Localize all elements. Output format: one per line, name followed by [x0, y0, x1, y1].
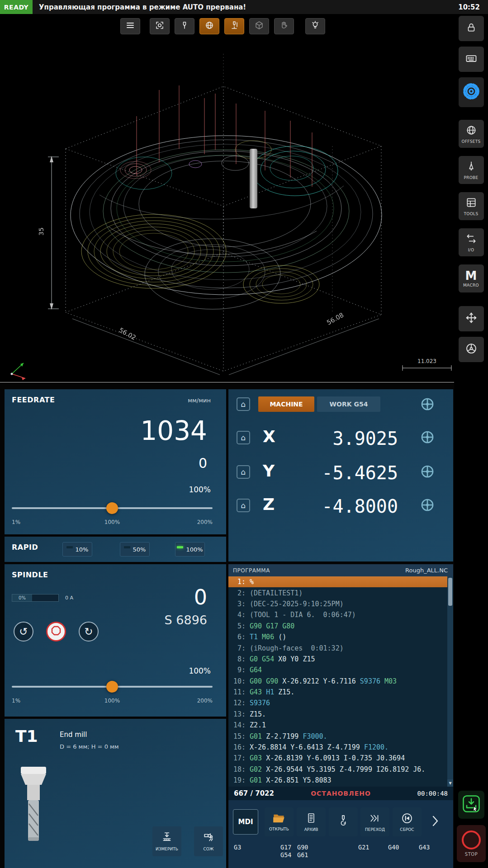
- gcode-line[interactable]: 8:G0 G54 X0 Y0 Z15: [228, 654, 447, 665]
- gcode-line[interactable]: 5:G90 G17 G80: [228, 621, 447, 632]
- sidebar-item-label: OFFSETS: [462, 139, 481, 144]
- goto-line-button[interactable]: ПЕРЕХОД: [360, 807, 389, 836]
- gcode-line[interactable]: 14:Z2.1: [228, 720, 447, 731]
- stop-button[interactable]: STOP: [457, 825, 486, 862]
- home-z-button[interactable]: ⌂: [237, 499, 250, 512]
- fit-view-button[interactable]: [150, 18, 170, 34]
- home-y-button[interactable]: ⌂: [237, 465, 250, 479]
- spindle-panel: SPINDLE 0% 0 A 0 S 6896 ↺ ↻ 100% 1% 100%…: [5, 564, 226, 717]
- spindle-ccw-button[interactable]: ↺: [14, 622, 33, 642]
- slider-knob[interactable]: [106, 681, 118, 693]
- settings-button[interactable]: [459, 77, 484, 107]
- menu-button[interactable]: [120, 18, 140, 34]
- rapid-button-label: 50%: [133, 546, 146, 553]
- axis-row-z: ⌂ Z -4.8000: [228, 491, 453, 520]
- gcode-line[interactable]: 2:(DETAILTEST1): [228, 587, 447, 598]
- rapid-panel: RAPID 10% 50% 100%: [5, 537, 226, 562]
- workpiece-view-button[interactable]: [199, 18, 219, 34]
- goto-y-button[interactable]: [420, 464, 435, 479]
- gcode-line[interactable]: 16:X-26.8814 Y-6.6413 Z-4.7199 F1200.: [228, 742, 447, 753]
- gcode-line[interactable]: 3:(DEC-25-2025-9:10:25PM): [228, 599, 447, 609]
- sidebar-item-offsets[interactable]: OFFSETS: [459, 120, 484, 148]
- axis-row-y: ⌂ Y -5.4625: [228, 458, 453, 487]
- function-sidebar: OFFSETS PROBE TOOLS I/O M MACRO ST: [454, 14, 488, 868]
- io-arrows-icon: [465, 233, 477, 246]
- feedrate-units: мм/мин: [188, 397, 211, 404]
- gcode-line[interactable]: 4:(TOOL 1 - DIA 6. 0:06:47): [228, 609, 447, 620]
- tool-measure-button[interactable]: [224, 18, 244, 34]
- rapid-50-button[interactable]: 50%: [120, 542, 150, 557]
- jog-button[interactable]: [459, 306, 484, 331]
- rapid-100-button[interactable]: 100%: [175, 542, 205, 557]
- coolant-button[interactable]: СОЖ: [194, 826, 223, 856]
- solid-view-button[interactable]: [249, 18, 269, 34]
- gcode-line[interactable]: 6:T1 M06 (): [228, 632, 447, 642]
- goto-x-button[interactable]: [420, 430, 435, 444]
- tool-change-button[interactable]: [329, 807, 358, 836]
- scale-mid: 100%: [104, 698, 120, 704]
- rapid-10-button[interactable]: 10%: [62, 542, 92, 557]
- axes-triad: [11, 363, 26, 380]
- stop-ring-icon: [462, 830, 481, 849]
- sidebar-item-macro[interactable]: M MACRO: [459, 264, 484, 292]
- spindle-load-value: 0%: [12, 594, 32, 601]
- sidebar-item-probe[interactable]: PROBE: [459, 156, 484, 184]
- tool-measure-button[interactable]: ИЗМЕРИТЬ: [152, 826, 181, 856]
- svg-text:11.023: 11.023: [417, 358, 436, 364]
- spindle-actual-value: 0: [194, 585, 207, 609]
- sidebar-item-tools[interactable]: TOOLS: [459, 192, 484, 220]
- gcode-line[interactable]: 17:G03 X-26.8139 Y-6.0913 I-0.735 J0.369…: [228, 753, 447, 764]
- gcode-line[interactable]: 11:G43 H1 Z15.: [228, 687, 447, 698]
- spindle-stop-button[interactable]: [46, 622, 66, 642]
- gcode-line[interactable]: 7:(iRough-faces 0:01:32): [228, 642, 447, 653]
- lock-button[interactable]: [459, 16, 484, 41]
- tool-load-button[interactable]: [458, 791, 484, 819]
- scale-max: 200%: [197, 519, 213, 525]
- gcode-line[interactable]: 15:G01 Z-2.7199 F3000.: [228, 731, 447, 741]
- spindle-override-slider[interactable]: [12, 681, 213, 693]
- spindle-scale: 1% 100% 200%: [12, 698, 213, 704]
- handwheel-button[interactable]: [459, 337, 484, 362]
- program-progress: 667 / 7022: [234, 789, 274, 797]
- spindle-title: SPINDLE: [12, 571, 48, 579]
- gcode-line[interactable]: 19:G01 X-26.851 Y5.8083: [228, 775, 447, 786]
- gcode-line[interactable]: 1:%: [228, 576, 447, 587]
- program-title: ПРОГРАММА: [233, 567, 270, 574]
- tab-machine[interactable]: MACHINE: [258, 396, 314, 412]
- gcode-line[interactable]: 18:G02 X-26.9544 Y5.3195 Z-4.7999 I26.81…: [228, 764, 447, 775]
- axis-value: 3.9025: [333, 428, 398, 449]
- scrollbar-down-arrow[interactable]: ▼: [447, 779, 453, 787]
- viewer-toolbar: [120, 18, 325, 34]
- light-button[interactable]: [305, 18, 325, 34]
- scrollbar-thumb[interactable]: [448, 578, 452, 606]
- gcode-line[interactable]: 12:S9376: [228, 698, 447, 708]
- slider-knob[interactable]: [106, 502, 118, 514]
- gcode-line[interactable]: 10:G00 G90 X-26.9212 Y-6.7116 S9376 M03: [228, 676, 447, 687]
- sidebar-item-io[interactable]: I/O: [459, 228, 484, 256]
- goto-all-button[interactable]: [420, 397, 435, 411]
- keyboard-button[interactable]: [459, 47, 484, 72]
- more-button[interactable]: [426, 809, 445, 835]
- goto-z-button[interactable]: [420, 498, 435, 512]
- open-program-button[interactable]: ОТКРЫТЬ: [265, 807, 294, 836]
- mdi-button[interactable]: MDI: [233, 809, 258, 835]
- gcode-scrollbar[interactable]: ▼: [447, 576, 453, 787]
- spindle-cw-button[interactable]: ↻: [79, 622, 99, 642]
- status-message: Управляющая программа в режиме AUTO прер…: [39, 3, 246, 11]
- pan-button[interactable]: [274, 18, 294, 34]
- program-buttons: MDI ОТКРЫТЬ АРХИВ ПЕРЕХОД СБРОС: [228, 803, 453, 841]
- home-x-button[interactable]: ⌂: [237, 431, 250, 444]
- toolpath-viewport[interactable]: 35 56.02 56.08 11.023: [0, 14, 454, 382]
- toolpath-curves: [71, 136, 382, 309]
- home-all-button[interactable]: ⌂: [237, 397, 250, 411]
- reset-button[interactable]: СБРОС: [393, 807, 422, 836]
- tab-work-g54[interactable]: WORK G54: [317, 396, 380, 412]
- archive-button[interactable]: АРХИВ: [297, 807, 326, 836]
- show-tool-button[interactable]: [175, 18, 194, 34]
- rapid-title: RAPID: [12, 543, 38, 552]
- sidebar-item-label: TOOLS: [464, 212, 479, 216]
- gcode-line[interactable]: 9:G64: [228, 665, 447, 675]
- feedrate-override-slider[interactable]: [12, 502, 213, 514]
- home-icon: ⌂: [241, 400, 246, 409]
- gcode-line[interactable]: 13:Z15.: [228, 709, 447, 720]
